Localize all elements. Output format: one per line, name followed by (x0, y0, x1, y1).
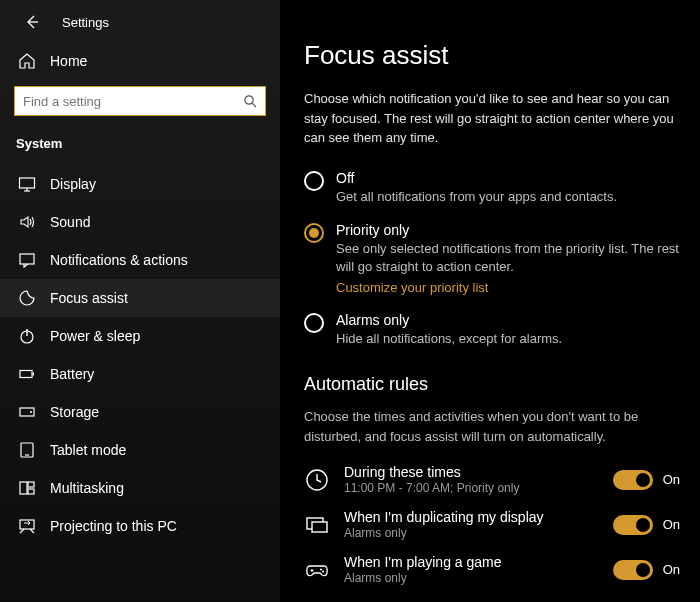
rule-toggle[interactable] (613, 515, 653, 535)
sidebar-item-tablet-mode[interactable]: Tablet mode (0, 431, 280, 469)
rule-subtitle: Alarms only (344, 526, 599, 540)
app-title: Settings (62, 15, 109, 30)
sound-icon (18, 213, 36, 231)
sidebar-item-label: Multitasking (50, 480, 124, 496)
duplicate-display-icon (304, 512, 330, 538)
projecting-icon (18, 517, 36, 535)
page-description: Choose which notification you'd like to … (304, 89, 680, 148)
rule-title: When I'm playing a game (344, 554, 599, 570)
game-controller-icon (304, 557, 330, 583)
sidebar-item-display[interactable]: Display (0, 165, 280, 203)
page-title: Focus assist (304, 40, 680, 71)
sidebar: Settings Home System Display (0, 0, 280, 602)
home-label: Home (50, 53, 87, 69)
back-button[interactable] (22, 12, 42, 32)
rule-subtitle: Alarms only (344, 571, 599, 585)
svg-rect-14 (20, 482, 27, 494)
clock-icon (304, 467, 330, 493)
automatic-rules-description: Choose the times and activities when you… (304, 407, 680, 446)
svg-line-1 (252, 103, 256, 107)
toggle-state-label: On (663, 517, 680, 532)
sidebar-item-label: Notifications & actions (50, 252, 188, 268)
radio-subtitle: Hide all notifications, except for alarm… (336, 330, 562, 348)
search-icon (243, 94, 257, 108)
svg-rect-17 (20, 520, 34, 529)
tablet-icon (18, 441, 36, 459)
focus-mode-radio-group: Off Get all notifications from your apps… (304, 170, 680, 349)
sidebar-item-battery[interactable]: Battery (0, 355, 280, 393)
search-input-container[interactable] (14, 86, 266, 116)
sidebar-item-focus-assist[interactable]: Focus assist (0, 279, 280, 317)
automatic-rules-heading: Automatic rules (304, 374, 680, 395)
rule-title: During these times (344, 464, 599, 480)
search-input[interactable] (23, 94, 243, 109)
svg-rect-2 (20, 178, 35, 188)
sidebar-item-label: Sound (50, 214, 90, 230)
sidebar-item-label: Focus assist (50, 290, 128, 306)
toggle-state-label: On (663, 472, 680, 487)
svg-rect-20 (312, 522, 327, 532)
arrow-left-icon (24, 14, 40, 30)
svg-point-24 (322, 570, 324, 572)
radio-priority-only[interactable]: Priority only See only selected notifica… (304, 222, 680, 296)
svg-point-23 (320, 568, 322, 570)
svg-rect-16 (28, 489, 34, 494)
sidebar-item-projecting[interactable]: Projecting to this PC (0, 507, 280, 545)
svg-rect-5 (20, 254, 34, 264)
radio-off[interactable]: Off Get all notifications from your apps… (304, 170, 680, 206)
sidebar-item-label: Battery (50, 366, 94, 382)
focus-assist-icon (18, 289, 36, 307)
sidebar-item-multitasking[interactable]: Multitasking (0, 469, 280, 507)
multitasking-icon (18, 479, 36, 497)
sidebar-item-label: Display (50, 176, 96, 192)
toggle-state-label: On (663, 562, 680, 577)
radio-title: Alarms only (336, 312, 562, 328)
rule-during-times[interactable]: During these times 11:00 PM - 7:00 AM; P… (304, 464, 680, 495)
sidebar-item-power-sleep[interactable]: Power & sleep (0, 317, 280, 355)
sidebar-item-sound[interactable]: Sound (0, 203, 280, 241)
rule-toggle[interactable] (613, 470, 653, 490)
svg-point-0 (245, 96, 253, 104)
radio-icon (304, 313, 324, 333)
rule-duplicating-display[interactable]: When I'm duplicating my display Alarms o… (304, 509, 680, 540)
home-icon (18, 52, 36, 70)
radio-title: Off (336, 170, 617, 186)
svg-point-11 (30, 411, 32, 413)
radio-subtitle: See only selected notifications from the… (336, 240, 680, 276)
display-icon (18, 175, 36, 193)
radio-title: Priority only (336, 222, 680, 238)
svg-rect-15 (28, 482, 34, 487)
notifications-icon (18, 251, 36, 269)
customize-priority-link[interactable]: Customize your priority list (336, 280, 488, 295)
sidebar-item-notifications[interactable]: Notifications & actions (0, 241, 280, 279)
sidebar-item-label: Projecting to this PC (50, 518, 177, 534)
svg-rect-8 (20, 371, 32, 378)
radio-icon (304, 171, 324, 191)
power-icon (18, 327, 36, 345)
rule-title: When I'm duplicating my display (344, 509, 599, 525)
radio-icon (304, 223, 324, 243)
sidebar-item-label: Tablet mode (50, 442, 126, 458)
sidebar-item-storage[interactable]: Storage (0, 393, 280, 431)
sidebar-section-label: System (0, 126, 280, 165)
battery-icon (18, 365, 36, 383)
rule-playing-game[interactable]: When I'm playing a game Alarms only On (304, 554, 680, 585)
content-pane: Focus assist Choose which notification y… (280, 0, 700, 602)
radio-alarms-only[interactable]: Alarms only Hide all notifications, exce… (304, 312, 680, 348)
svg-rect-9 (33, 373, 35, 376)
radio-subtitle: Get all notifications from your apps and… (336, 188, 617, 206)
sidebar-item-label: Power & sleep (50, 328, 140, 344)
storage-icon (18, 403, 36, 421)
sidebar-item-label: Storage (50, 404, 99, 420)
sidebar-nav: Display Sound Notifications & actions Fo… (0, 165, 280, 545)
rule-subtitle: 11:00 PM - 7:00 AM; Priority only (344, 481, 599, 495)
sidebar-home[interactable]: Home (0, 42, 280, 80)
rule-toggle[interactable] (613, 560, 653, 580)
